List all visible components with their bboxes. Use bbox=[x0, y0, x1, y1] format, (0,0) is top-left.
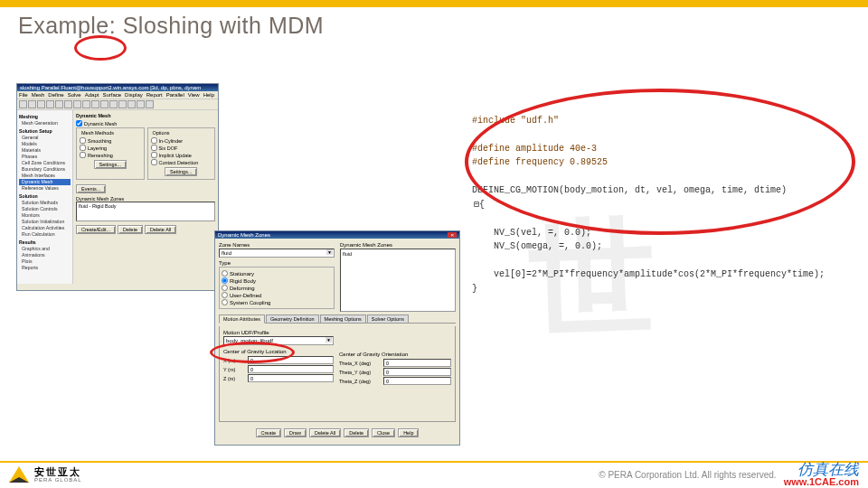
option-checkbox[interactable]: In-Cylinder bbox=[151, 137, 212, 144]
tabs: Motion AttributesGeometry DefinitionMesh… bbox=[219, 314, 456, 324]
tree-item[interactable]: General bbox=[19, 135, 71, 141]
tree-item[interactable]: Cell Zone Conditions bbox=[19, 160, 71, 166]
type-group: StationaryRigid BodyDeformingUser-Define… bbox=[219, 267, 335, 309]
panel-title: Dynamic Mesh bbox=[76, 113, 215, 118]
cg-ori-label: Center of Gravity Orientation bbox=[339, 352, 451, 357]
tree-item[interactable]: Solution Controls bbox=[19, 206, 71, 212]
button[interactable]: Draw bbox=[284, 428, 307, 437]
cg-loc-input[interactable] bbox=[248, 374, 334, 382]
menu-help[interactable]: Help bbox=[203, 92, 214, 98]
tree-item[interactable]: Mesh Interfaces bbox=[19, 173, 71, 179]
button[interactable]: Delete bbox=[118, 225, 143, 234]
mesh-method-checkbox[interactable]: Remeshing bbox=[80, 152, 141, 158]
cae-link-url: www.1CAE.com bbox=[784, 477, 859, 487]
menu-surface[interactable]: Surface bbox=[102, 92, 121, 98]
footer: 安世亚太 PERA GLOBAL © PERA Corporation Ltd.… bbox=[0, 461, 868, 488]
tree-item[interactable]: Monitors bbox=[19, 212, 71, 219]
option-checkbox[interactable]: Contact Detection bbox=[151, 159, 212, 165]
events-button[interactable]: Events... bbox=[76, 184, 106, 193]
tree-header: Solution bbox=[19, 193, 71, 200]
cg-ori-input[interactable] bbox=[383, 359, 451, 367]
menu-solve[interactable]: Solve bbox=[68, 92, 81, 98]
logo-cn: 安世亚太 bbox=[34, 467, 82, 477]
type-radio[interactable]: Deforming bbox=[222, 285, 332, 291]
mesh-method-checkbox[interactable]: Smoothing bbox=[80, 137, 141, 144]
tree-item[interactable]: Graphics and Animations bbox=[19, 246, 71, 258]
tab[interactable]: Geometry Definition bbox=[266, 314, 319, 323]
type-radio[interactable]: User-Defined bbox=[222, 292, 332, 298]
option-checkbox[interactable]: Implicit Update bbox=[151, 152, 212, 158]
tree-header: Meshing bbox=[19, 114, 71, 120]
cae-link-cn: 仿真在线 bbox=[797, 462, 859, 477]
menu-display[interactable]: Display bbox=[125, 92, 143, 98]
cg-loc-input[interactable] bbox=[248, 356, 334, 364]
logo-en: PERA GLOBAL bbox=[34, 477, 82, 483]
button[interactable]: Close bbox=[372, 428, 395, 437]
type-radio[interactable]: Stationary bbox=[222, 270, 332, 277]
tree-item[interactable]: Calculation Activities bbox=[19, 225, 71, 231]
zone-names-label: Zone Names bbox=[219, 242, 335, 248]
menu-define[interactable]: Define bbox=[48, 92, 63, 98]
dmz-label: Dynamic Mesh Zones bbox=[340, 242, 456, 248]
tree-item[interactable]: Plots bbox=[19, 258, 71, 265]
menu-file[interactable]: File bbox=[19, 92, 28, 98]
button[interactable]: Help bbox=[398, 428, 419, 437]
settings-button[interactable]: Settings... bbox=[94, 160, 127, 169]
dynamic-mesh-zones-dialog: Dynamic Mesh Zones× Zone Names fluid Typ… bbox=[214, 230, 460, 446]
button[interactable]: Delete All bbox=[145, 225, 176, 234]
menu-report[interactable]: Report bbox=[146, 92, 163, 98]
menu-bar: FileMeshDefineSolveAdaptSurfaceDisplayRe… bbox=[17, 91, 218, 99]
tree-item[interactable]: Reference Values bbox=[19, 185, 71, 192]
motion-dropdown[interactable]: body_motion::libudf bbox=[223, 336, 334, 345]
highlight-circle-1 bbox=[74, 35, 127, 61]
type-radio[interactable]: System Coupling bbox=[222, 299, 332, 305]
cg-ori-input[interactable] bbox=[383, 377, 451, 385]
menu-mesh[interactable]: Mesh bbox=[32, 92, 45, 98]
motion-label: Motion UDF/Profile bbox=[223, 330, 334, 335]
button[interactable]: Delete All bbox=[309, 428, 341, 437]
tree-item[interactable]: Models bbox=[19, 141, 71, 147]
top-border bbox=[0, 0, 868, 7]
button[interactable]: Delete bbox=[344, 428, 369, 437]
cg-ori-field: Theta_Z (deg) bbox=[339, 377, 451, 385]
dmz-list[interactable]: fluid - Rigid Body bbox=[76, 202, 215, 221]
dmz-listbox[interactable]: fluid bbox=[340, 249, 456, 312]
copyright: © PERA Corporation Ltd. All rights reser… bbox=[599, 470, 776, 480]
fluent-main-window: sloshing Parallel Fluent@housupport2.win… bbox=[16, 83, 219, 291]
tree-header: Results bbox=[19, 239, 71, 246]
cg-loc-field: X (m) bbox=[223, 356, 334, 364]
tree-item[interactable]: Run Calculation bbox=[19, 231, 71, 238]
tree-item[interactable]: Phases bbox=[19, 154, 71, 160]
zone-names-dropdown[interactable]: fluid bbox=[219, 249, 335, 258]
toolbar bbox=[17, 99, 218, 110]
option-checkbox[interactable]: Six DOF bbox=[151, 145, 212, 151]
tree-item[interactable]: Reports bbox=[19, 265, 71, 271]
cg-loc-field: Z (m) bbox=[223, 374, 334, 382]
cg-ori-field: Theta_X (deg) bbox=[339, 359, 451, 367]
tree-item[interactable]: Boundary Conditions bbox=[19, 166, 71, 173]
options-group: Options In-CylinderSix DOFImplicit Updat… bbox=[147, 127, 216, 180]
menu-view[interactable]: View bbox=[188, 92, 200, 98]
logo-icon bbox=[9, 466, 29, 483]
window-title: sloshing Parallel Fluent@housupport2.win… bbox=[17, 84, 218, 91]
tree-item[interactable]: Solution Methods bbox=[19, 200, 71, 206]
menu-adapt[interactable]: Adapt bbox=[85, 92, 99, 98]
button[interactable]: Create/Edit... bbox=[76, 225, 116, 234]
tab[interactable]: Motion Attributes bbox=[219, 314, 265, 324]
tree-header: Solution Setup bbox=[19, 128, 71, 135]
type-radio[interactable]: Rigid Body bbox=[222, 277, 332, 284]
cg-loc-input[interactable] bbox=[248, 365, 334, 373]
mesh-method-checkbox[interactable]: Layering bbox=[80, 145, 141, 151]
cg-ori-input[interactable] bbox=[383, 368, 451, 376]
close-icon[interactable]: × bbox=[448, 232, 457, 238]
button[interactable]: Create bbox=[256, 428, 282, 437]
menu-parallel[interactable]: Parallel bbox=[166, 92, 184, 98]
tree-item[interactable]: Materials bbox=[19, 147, 71, 154]
tree-item[interactable]: Solution Initialization bbox=[19, 219, 71, 225]
tab[interactable]: Solver Options bbox=[367, 314, 409, 323]
tab[interactable]: Meshing Options bbox=[320, 314, 366, 323]
tree-item[interactable]: Mesh Generation bbox=[19, 120, 71, 127]
tree-item[interactable]: Dynamic Mesh bbox=[19, 179, 71, 185]
dynamic-mesh-checkbox[interactable]: Dynamic Mesh bbox=[76, 120, 215, 127]
settings-button[interactable]: Settings... bbox=[165, 167, 197, 176]
